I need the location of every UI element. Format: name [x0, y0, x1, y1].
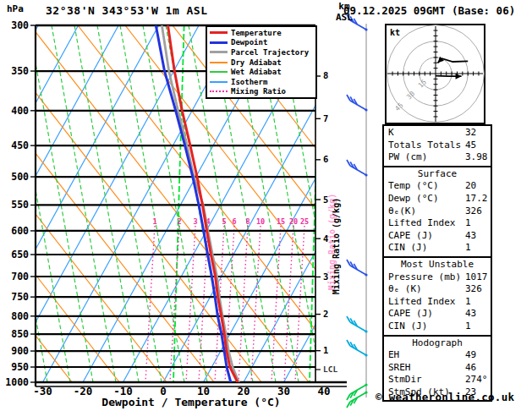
mixing-ratio-axis-label: Mixing Ratio (g/kg)Mixing Ratio (g/kg)	[327, 194, 341, 294]
panel-row-value: 1017	[465, 271, 488, 284]
panel-row-label: Totals Totals	[388, 140, 461, 151]
panel-row-label: Pressure (mb)	[388, 271, 461, 282]
dry-adiabat-line-icon	[210, 62, 228, 63]
panel-row: PW (cm)3.98	[384, 151, 491, 164]
panel-row: CIN (J)1	[384, 242, 491, 255]
panel-row: EH49	[384, 349, 491, 362]
panel-row-label: K	[388, 127, 394, 138]
panel-row-label: EH	[388, 349, 399, 360]
legend-item-dry-adiabat: Dry Adiabat	[207, 58, 315, 68]
panel-row-label: CAPE (J)	[388, 308, 433, 319]
legend-item-dewpoint: Dewpoint	[207, 38, 315, 48]
parcel-line-icon	[210, 51, 228, 53]
mixing-ratio-line-icon	[210, 90, 228, 92]
panel-row-label: θₑ (K)	[388, 283, 422, 294]
svg-text:900: 900	[11, 345, 29, 357]
svg-text:1000: 1000	[5, 376, 29, 388]
run-datetime: 09.12.2025 09GMT (Base: 06)	[343, 4, 515, 17]
svg-text:600: 600	[11, 225, 29, 237]
panel-row-value: 46	[465, 362, 476, 375]
panel-row-label: Lifted Index	[388, 296, 455, 307]
svg-text:6: 6	[323, 154, 328, 164]
svg-text:3: 3	[323, 271, 328, 282]
svg-text:8: 8	[323, 70, 328, 80]
legend-item-label: Wet Adiabat	[231, 68, 282, 76]
credit-watermark: © weatheronline.co.uk	[376, 391, 514, 403]
panel-row: θₑ(K)326	[384, 206, 491, 218]
panel-row-label: CIN (J)	[388, 242, 427, 253]
panel-section-indices: K32Totals Totals45PW (cm)3.98	[382, 124, 492, 167]
svg-text:700: 700	[11, 271, 29, 282]
panel-row: Lifted Index1	[384, 296, 491, 309]
panel-row: Dewp (°C)17.2	[384, 193, 491, 206]
wind-barbs	[347, 14, 368, 408]
svg-text:500: 500	[11, 171, 29, 183]
pressure-axis-unit: hPa	[7, 3, 24, 14]
svg-text:1: 1	[323, 345, 328, 355]
panel-row-value: 43	[465, 230, 476, 243]
svg-text:800: 800	[11, 310, 29, 322]
svg-text:450: 450	[11, 140, 29, 151]
panel-row: CAPE (J)43	[384, 308, 491, 321]
svg-text:6: 6	[232, 217, 236, 226]
svg-text:5: 5	[323, 195, 328, 205]
dewpoint-line-icon	[210, 41, 228, 44]
panel-row-label: PW (cm)	[388, 151, 427, 162]
svg-text:2: 2	[323, 309, 328, 319]
legend-item-temperature: Temperature	[207, 28, 315, 38]
svg-text:-30: -30	[33, 385, 52, 397]
svg-text:8: 8	[245, 217, 250, 226]
indices-panel: K32Totals Totals45PW (cm)3.98SurfaceTemp…	[382, 126, 492, 402]
panel-row: Totals Totals45	[384, 140, 491, 152]
panel-row-value: 45	[465, 140, 476, 152]
panel-row-value: 326	[465, 283, 482, 296]
panel-row-label: Lifted Index	[388, 217, 455, 228]
panel-row: Lifted Index1	[384, 217, 491, 230]
panel-row-value: 1	[465, 321, 471, 333]
station-title: 32°38'N 343°53'W 1m ASL	[46, 4, 208, 17]
wet-adiabat-line-icon	[210, 71, 228, 73]
panel-section-title: Hodograph	[384, 337, 491, 350]
legend-item-label: Parcel Trajectory	[231, 48, 309, 57]
svg-text:400: 400	[11, 105, 29, 117]
svg-text:15: 15	[277, 217, 285, 226]
panel-row-label: CIN (J)	[388, 321, 427, 332]
panel-row-value: 17.2	[465, 193, 488, 206]
panel-row-value: 1	[465, 296, 471, 309]
panel-row: StmDir274°	[384, 374, 491, 386]
svg-text:5: 5	[222, 217, 226, 226]
panel-row-value: 326	[465, 206, 482, 218]
panel-row-value: 1	[465, 217, 471, 230]
panel-row-value: 43	[465, 308, 476, 321]
legend-item-mixing-ratio: Mixing Ratio	[207, 87, 315, 97]
legend-item-parcel-trajectory: Parcel Trajectory	[207, 47, 315, 58]
panel-row-label: CAPE (J)	[388, 230, 433, 241]
svg-text:1: 1	[152, 217, 156, 226]
svg-text:3: 3	[193, 217, 197, 226]
panel-row: K32	[384, 127, 491, 140]
svg-text:2: 2	[177, 217, 181, 226]
svg-text:550: 550	[11, 199, 29, 211]
panel-row: Pressure (mb)1017	[384, 271, 491, 284]
panel-row: CAPE (J)43	[384, 230, 491, 243]
panel-row-label: Dewp (°C)	[388, 193, 439, 204]
panel-row-value: 3.98	[465, 151, 488, 164]
svg-text:20: 20	[289, 217, 298, 226]
panel-row-value: 274°	[465, 374, 488, 386]
panel-row: CIN (J)1	[384, 321, 491, 333]
panel-row-value: 49	[465, 349, 476, 362]
temperature-axis-label: Dewpoint / Temperature (°C)	[51, 396, 332, 408]
panel-row: θₑ (K)326	[384, 283, 491, 296]
svg-text:750: 750	[11, 291, 29, 303]
svg-text:950: 950	[11, 361, 29, 373]
svg-text:25: 25	[300, 217, 309, 226]
legend-item-label: Isotherm	[231, 78, 267, 86]
panel-section-surface: SurfaceTemp (°C)20Dewp (°C)17.2θₑ(K)326L…	[382, 166, 492, 258]
panel-row-label: Temp (°C)	[388, 180, 439, 191]
lcl-marker: LCL	[323, 364, 337, 374]
legend: TemperatureDewpointParcel TrajectoryDry …	[206, 25, 317, 99]
svg-text:650: 650	[11, 249, 29, 260]
legend-item-isotherm: Isotherm	[207, 77, 315, 87]
legend-item-label: Dry Adiabat	[231, 58, 282, 67]
svg-text:4: 4	[323, 233, 328, 244]
